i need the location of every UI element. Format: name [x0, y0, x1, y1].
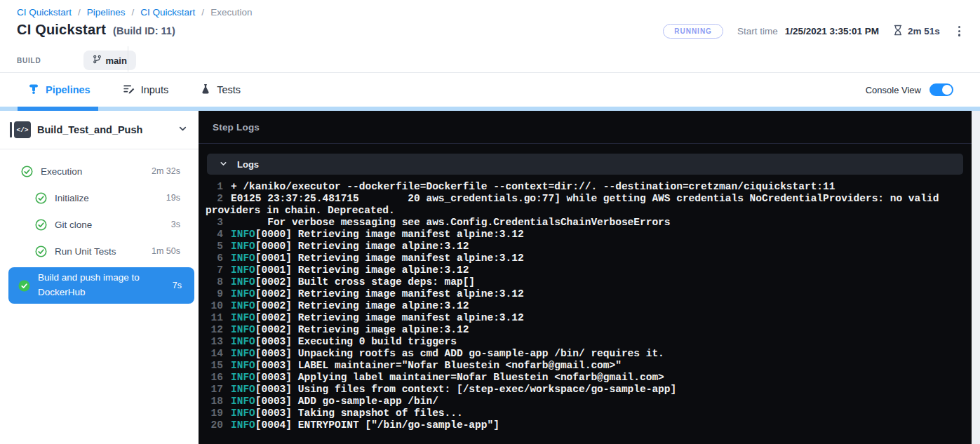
breadcrumb-pipelines[interactable]: Pipelines: [87, 7, 126, 18]
line-number: 5: [206, 241, 223, 253]
line-number: 12: [206, 324, 223, 336]
step-duration: 1m 50s: [146, 246, 180, 256]
line-number: 20: [206, 419, 223, 431]
step-label: Initialize: [55, 193, 89, 203]
stage-name: Build_Test_and_Push: [37, 124, 142, 135]
log-text: [0003] Executing 0 build triggers: [255, 336, 457, 347]
success-check-icon: [21, 166, 33, 177]
sidebar-step[interactable]: Run Unit Tests 1m 50s: [0, 238, 199, 264]
log-level-tag: INFO: [231, 253, 255, 264]
line-number: 16: [206, 372, 223, 384]
log-text: [0001] Retrieving image manifest alpine:…: [255, 253, 524, 264]
log-text: For verbose messaging see aws.Config.Cre…: [231, 217, 671, 228]
log-text: [0000] Retrieving image manifest alpine:…: [255, 229, 524, 240]
log-line: 19INFO[0003] Taking snapshot of files...: [206, 408, 942, 419]
log-line: 6INFO[0001] Retrieving image manifest al…: [206, 253, 942, 264]
chevron-down-icon: [220, 158, 227, 170]
logs-section-toggle[interactable]: Logs: [207, 154, 963, 175]
log-level-tag: INFO: [231, 229, 255, 240]
log-level-tag: INFO: [231, 396, 255, 407]
line-number: 2: [206, 193, 223, 205]
log-line: 12INFO[0002] Retrieving image alpine:3.1…: [206, 324, 942, 336]
log-level-tag: INFO: [231, 288, 255, 300]
log-text: [0003] LABEL maintainer="Nofar Bluestein…: [255, 360, 622, 371]
sidebar-step[interactable]: Execution 2m 32s: [0, 158, 199, 184]
page-title: CI Quickstart: [17, 22, 106, 38]
divider: [128, 46, 128, 72]
line-number: 13: [206, 336, 223, 348]
breadcrumb-project[interactable]: CI Quickstart: [17, 7, 72, 18]
step-duration: 7s: [167, 281, 182, 290]
log-text: E0125 23:37:25.481715 20 aws_credentials…: [206, 193, 945, 216]
more-options-button[interactable]: [954, 23, 965, 39]
line-number: 15: [206, 360, 223, 372]
build-row: BUILD main: [17, 51, 136, 70]
breadcrumb-separator: /: [78, 7, 81, 18]
toggle-knob: [942, 85, 952, 95]
line-number: 3: [206, 217, 223, 229]
tab-label: Pipelines: [46, 84, 90, 95]
sidebar-step[interactable]: Build and push image to DockerHub 7s: [8, 267, 194, 304]
line-number: 7: [206, 264, 223, 276]
step-duration: 3s: [166, 220, 180, 229]
status-badge: RUNNING: [663, 24, 723, 39]
console-view-toggle[interactable]: [929, 83, 953, 96]
step-logs-title: Step Logs: [213, 122, 260, 133]
start-time-label: Start time: [737, 26, 778, 36]
log-line: 2E0125 23:37:25.481715 20 aws_credential…: [206, 193, 942, 217]
success-check-icon: [35, 245, 47, 257]
log-level-tag: INFO: [231, 348, 255, 359]
log-line: 3 For verbose messaging see aws.Config.C…: [206, 217, 942, 229]
line-number: 1: [206, 181, 223, 193]
breadcrumb-separator: /: [201, 7, 204, 18]
log-line: 14INFO[0003] Unpacking rootfs as cmd ADD…: [206, 348, 942, 360]
log-text: [0000] Retrieving image alpine:3.12: [255, 241, 469, 252]
tab-pipelines[interactable]: Pipelines: [28, 83, 90, 97]
log-level-tag: INFO: [231, 372, 255, 383]
pipeline-icon: [28, 83, 39, 97]
log-level-tag: INFO: [231, 300, 255, 311]
breadcrumb: CI Quickstart / Pipelines / CI Quickstar…: [17, 7, 252, 18]
log-text: [0003] Taking snapshot of files...: [255, 408, 463, 419]
log-line: 15INFO[0003] LABEL maintainer="Nofar Blu…: [206, 360, 942, 372]
step-list: Execution 2m 32s Initialize 19s Git clon…: [0, 149, 199, 304]
stage-header[interactable]: </> Build_Test_and_Push: [0, 111, 199, 149]
log-level-tag: INFO: [231, 336, 255, 347]
page-header: CI Quickstart / Pipelines / CI Quickstar…: [0, 0, 980, 73]
sidebar-step[interactable]: Initialize 19s: [0, 184, 199, 211]
tab-tests[interactable]: Tests: [201, 83, 241, 97]
log-text: [0003] Unpacking rootfs as cmd ADD go-sa…: [255, 348, 664, 359]
log-line: 13INFO[0003] Executing 0 build triggers: [206, 336, 942, 348]
log-level-tag: INFO: [231, 384, 255, 395]
log-text: [0004] ENTRYPOINT ["/bin/go-sample-app"]: [255, 419, 499, 431]
breadcrumb-pipeline[interactable]: CI Quickstart: [140, 7, 195, 18]
inputs-icon: [123, 83, 135, 97]
execution-sidebar: </> Build_Test_and_Push Execution 2m 32s…: [0, 111, 199, 444]
log-text: [0002] Retrieving image alpine:3.12: [255, 300, 469, 311]
breadcrumb-execution: Execution: [210, 7, 252, 18]
log-level-tag: INFO: [231, 276, 255, 288]
line-number: 11: [206, 312, 223, 324]
start-time: Start time 1/25/2021 3:35:01 PM: [737, 26, 879, 36]
success-check-icon: [18, 280, 30, 292]
build-id: (Build ID: 11): [113, 25, 175, 36]
step-logs-panel: Step Logs Logs 1+ /kaniko/executor --doc…: [199, 111, 972, 444]
header-right: RUNNING Start time 1/25/2021 3:35:01 PM …: [663, 23, 965, 39]
log-line: 8INFO[0002] Built cross stage deps: map[…: [206, 276, 942, 288]
success-check-icon: [35, 219, 47, 231]
log-line: 7INFO[0001] Retrieving image alpine:3.12: [206, 264, 942, 276]
log-text: [0002] Retrieving image alpine:3.12: [255, 324, 469, 335]
git-branch-icon: [93, 55, 102, 66]
log-lines[interactable]: 1+ /kaniko/executor --dockerfile=Dockerf…: [199, 181, 972, 431]
tabs-row: Pipelines Inputs Tests Console View: [0, 73, 980, 107]
chevron-down-icon[interactable]: [178, 123, 187, 136]
log-line: 9INFO[0002] Retrieving image manifest al…: [206, 288, 942, 300]
line-number: 8: [206, 276, 223, 288]
log-line: 5INFO[0000] Retrieving image alpine:3.12: [206, 241, 942, 253]
flask-icon: [201, 83, 210, 97]
log-line: 18INFO[0003] ADD go-sample-app /bin/: [206, 396, 942, 408]
code-stage-icon: </>: [14, 121, 31, 138]
hourglass-icon: [893, 25, 903, 38]
tab-inputs[interactable]: Inputs: [123, 83, 169, 97]
sidebar-step[interactable]: Git clone 3s: [0, 211, 199, 238]
